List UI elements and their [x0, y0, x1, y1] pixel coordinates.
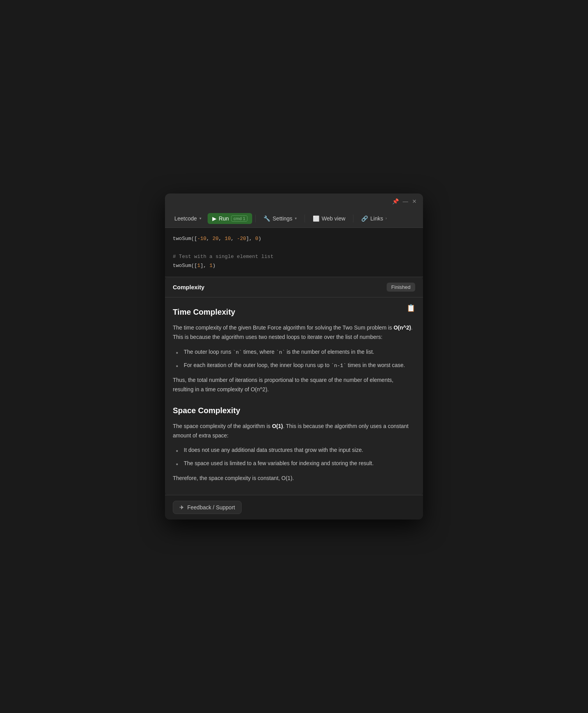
bullet2-after: times in the worst case. — [346, 362, 405, 368]
link-icon: 🔗 — [361, 215, 368, 222]
feedback-button[interactable]: ✈ Feedback / Support — [173, 501, 242, 514]
toolbar: Leetcode ▾ ▶ Run cmd 1 🔧 Settings ▾ ⬜ We… — [165, 209, 423, 228]
time-complexity-intro: The time complexity of the given Brute F… — [173, 323, 415, 342]
play-icon: ▶ — [212, 215, 217, 222]
space-complexity-title: Space Complexity — [173, 404, 415, 417]
code-line-3: twoSum([1], 1) — [173, 262, 415, 270]
space-complexity-intro: The space complexity of the algorithm is… — [173, 422, 415, 441]
bullet2-pre: For each iteration of the outer loop, th… — [184, 362, 331, 368]
run-shortcut: cmd 1 — [231, 215, 247, 222]
chevron-down-icon: ▾ — [199, 216, 201, 220]
bullet1-after: is the number of elements in the list. — [285, 349, 374, 355]
time-complexity-bold: O(n^2) — [394, 324, 411, 331]
main-window: 📌 — ✕ Leetcode ▾ ▶ Run cmd 1 🔧 Settings … — [165, 193, 423, 520]
code-editor: twoSum([-10, 20, 10, -20], 0) # Test wit… — [165, 228, 423, 277]
complexity-content: 📋 Time Complexity The time complexity of… — [165, 297, 423, 494]
close-icon[interactable]: ✕ — [412, 198, 417, 204]
space-bullet-1: It does not use any additional data stru… — [176, 446, 415, 455]
settings-icon: 🔧 — [264, 215, 270, 222]
webview-icon: ⬜ — [313, 215, 319, 222]
bullet1-pre: The outer loop runs — [184, 349, 233, 355]
title-bar: 📌 — ✕ — [165, 193, 423, 209]
webview-label: Web view — [322, 215, 345, 222]
bullet1-code1: `n` — [233, 349, 242, 355]
space-complexity-bold: O(1) — [272, 423, 283, 429]
links-menu[interactable]: 🔗 Links › — [357, 213, 391, 224]
leetcode-menu[interactable]: Leetcode ▾ — [170, 213, 206, 224]
toolbar-divider-2 — [305, 215, 305, 222]
title-bar-controls: 📌 — ✕ — [392, 198, 417, 204]
links-label: Links — [370, 215, 383, 222]
space-complexity-section: Space Complexity The space complexity of… — [173, 404, 415, 483]
complexity-panel: Complexity Finished 📋 Time Complexity Th… — [165, 277, 423, 494]
time-complexity-title: Time Complexity — [173, 305, 415, 319]
complexity-title: Complexity — [173, 284, 204, 290]
footer: ✈ Feedback / Support — [165, 495, 423, 520]
time-intro-text: The time complexity of the given Brute F… — [173, 324, 394, 331]
code-line-2: # Test with a single element list — [173, 253, 415, 261]
pin-icon[interactable]: 📌 — [392, 198, 399, 204]
time-conclusion: Thus, the total number of iterations is … — [173, 376, 415, 394]
bullet1-mid: times, where — [242, 349, 276, 355]
time-bullet-list: The outer loop runs `n` times, where `n`… — [173, 348, 415, 370]
chevron-right-icon: › — [385, 216, 387, 220]
complexity-header: Complexity Finished — [165, 277, 423, 297]
run-label: Run — [219, 215, 229, 222]
leetcode-label: Leetcode — [174, 215, 197, 222]
time-bullet-1: The outer loop runs `n` times, where `n`… — [176, 348, 415, 357]
webview-button[interactable]: ⬜ Web view — [308, 213, 350, 224]
minimize-icon[interactable]: — — [403, 198, 408, 204]
space-bullet-2: The space used is limited to a few varia… — [176, 459, 415, 468]
settings-label: Settings — [272, 215, 292, 222]
toolbar-divider-1 — [255, 215, 256, 222]
finished-badge: Finished — [387, 283, 415, 292]
settings-menu[interactable]: 🔧 Settings ▾ — [259, 213, 301, 224]
feedback-label: Feedback / Support — [187, 504, 235, 511]
time-bullet-2: For each iteration of the outer loop, th… — [176, 361, 415, 370]
space-intro-text: The space complexity of the algorithm is — [173, 423, 272, 429]
space-bullet-list: It does not use any additional data stru… — [173, 446, 415, 468]
bullet1-code2: `n` — [276, 349, 285, 355]
space-conclusion: Therefore, the space complexity is const… — [173, 474, 415, 483]
toolbar-divider-3 — [353, 215, 353, 222]
send-icon: ✈ — [179, 504, 184, 511]
time-complexity-section: Time Complexity The time complexity of t… — [173, 305, 415, 394]
chevron-down-icon-settings: ▾ — [295, 216, 297, 220]
run-button[interactable]: ▶ Run cmd 1 — [208, 213, 253, 224]
copy-button[interactable]: 📋 — [407, 302, 415, 314]
code-line-1: twoSum([-10, 20, 10, -20], 0) — [173, 235, 415, 243]
bullet2-code: `n-1` — [331, 363, 346, 369]
